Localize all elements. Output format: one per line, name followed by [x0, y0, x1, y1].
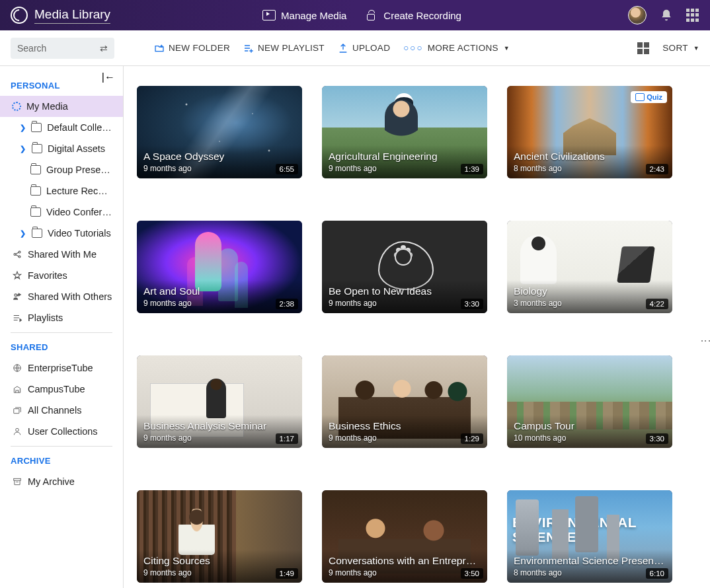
sort-label: SORT: [662, 43, 688, 53]
media-card[interactable]: QuizAncient Civilizations8 months ago2:4…: [507, 86, 672, 178]
card-age: 9 months ago: [143, 164, 296, 173]
sidebar-item-enterprise[interactable]: EnterpriseTube: [0, 357, 123, 379]
media-card[interactable]: Art and Soul9 months ago2:38: [137, 221, 302, 313]
sidebar-item-my-media[interactable]: My Media: [0, 96, 123, 117]
card-age: 3 months ago: [514, 299, 666, 308]
section-shared: SHARED: [0, 333, 123, 357]
svg-point-6: [16, 428, 19, 431]
card-title: Business Analysis Seminar: [143, 420, 296, 432]
apps-icon[interactable]: [686, 9, 699, 22]
card-duration: 1:49: [276, 568, 298, 579]
quiz-badge: Quiz: [631, 91, 667, 103]
sidebar-item-digital-assets[interactable]: ❯ Digital Assets: [0, 138, 123, 159]
media-card[interactable]: Business Analysis Seminar9 months ago1:1…: [137, 355, 302, 448]
caret-down-icon: ▼: [504, 45, 510, 52]
create-recording-icon: [365, 10, 378, 20]
card-duration: 3:50: [461, 568, 483, 579]
manage-media-link[interactable]: Manage Media: [262, 10, 346, 21]
svg-rect-7: [14, 478, 21, 480]
card-duration: 6:10: [646, 568, 668, 579]
media-card[interactable]: Agricultural Engineering9 months ago1:39: [322, 86, 487, 178]
avatar[interactable]: [628, 6, 647, 24]
manage-media-label: Manage Media: [281, 10, 346, 21]
card-title: Environmental Science Presentat...: [514, 555, 666, 567]
sidebar-item-favorites[interactable]: Favorites: [0, 265, 123, 286]
card-title: Campus Tour: [514, 420, 666, 432]
card-title: Business Ethics: [329, 420, 481, 432]
logo[interactable]: Media Library: [11, 7, 110, 24]
card-duration: 2:43: [646, 164, 668, 174]
card-title: Biology: [514, 285, 666, 297]
card-age: 9 months ago: [329, 568, 481, 577]
sidebar-item-default-collection[interactable]: ❯ Default Collect...: [0, 117, 123, 138]
card-age: 8 months ago: [514, 164, 666, 173]
card-duration: 4:22: [646, 299, 668, 309]
card-age: 9 months ago: [329, 299, 481, 308]
sidebar-item-group-present[interactable]: Group Present...: [0, 159, 123, 180]
card-title: Agricultural Engineering: [329, 151, 481, 163]
card-duration: 2:38: [276, 299, 298, 309]
more-actions-button[interactable]: ○○○ MORE ACTIONS ▼: [403, 43, 510, 53]
new-folder-label: NEW FOLDER: [169, 43, 230, 53]
new-folder-icon: [154, 43, 165, 54]
media-card[interactable]: A Space Odyssey9 months ago6:55: [137, 86, 302, 178]
search-placeholder: Search: [17, 43, 100, 54]
media-card[interactable]: Be Open to New Ideas9 months ago3:30: [322, 221, 487, 313]
sidebar-item-all-channels[interactable]: All Channels: [0, 400, 123, 421]
card-duration: 3:30: [646, 433, 668, 444]
chevron-right-icon: ❯: [20, 229, 26, 238]
card-title: Citing Sources: [143, 555, 296, 567]
media-card[interactable]: Business Ethics9 months ago1:29: [322, 355, 487, 448]
media-card[interactable]: Campus Tour10 months ago3:30: [507, 355, 672, 448]
more-actions-icon: ○○○: [403, 43, 423, 53]
card-duration: 6:55: [276, 164, 298, 174]
folder-icon: [31, 123, 42, 132]
new-playlist-button[interactable]: NEW PLAYLIST: [243, 43, 325, 54]
caret-down-icon: ▼: [693, 45, 699, 52]
sidebar-item-playlists[interactable]: Playlists: [0, 307, 123, 328]
grid-view-button[interactable]: [637, 42, 649, 54]
filter-icon[interactable]: ⇄: [100, 43, 108, 54]
sidebar-item-lecture-recor[interactable]: Lecture Recor...: [0, 180, 123, 202]
sort-button[interactable]: SORT ▼: [662, 43, 699, 53]
media-grid: A Space Odyssey9 months ago6:55Agricultu…: [124, 66, 710, 588]
card-age: 8 months ago: [514, 568, 666, 577]
card-title: A Space Odyssey: [143, 151, 296, 163]
sidebar-item-user-collections[interactable]: User Collections: [0, 421, 123, 442]
media-card[interactable]: Citing Sources9 months ago1:49: [137, 490, 302, 583]
upload-button[interactable]: UPLOAD: [338, 43, 390, 54]
svg-point-3: [15, 294, 17, 297]
card-age: 9 months ago: [143, 299, 296, 308]
share-out-icon: [12, 292, 22, 301]
logo-icon: [11, 7, 28, 24]
upload-label: UPLOAD: [352, 43, 390, 53]
new-folder-button[interactable]: NEW FOLDER: [154, 43, 230, 54]
globe-icon: [12, 363, 22, 373]
media-card[interactable]: Environmental Science Presentat...8 mont…: [507, 490, 672, 583]
collapse-sidebar-button[interactable]: |←: [102, 71, 115, 83]
share-icon: [12, 250, 22, 259]
sidebar-item-shared-with-others[interactable]: Shared With Others: [0, 286, 123, 307]
search-input[interactable]: Search ⇄: [11, 38, 114, 59]
sidebar-item-my-archive[interactable]: My Archive: [0, 471, 123, 492]
channels-icon: [12, 406, 22, 415]
folder-icon: [30, 186, 41, 196]
sidebar-item-campus[interactable]: CampusTube: [0, 379, 123, 400]
card-age: 9 months ago: [329, 433, 481, 443]
create-recording-link[interactable]: Create Recording: [365, 10, 461, 21]
loading-icon: [12, 102, 21, 111]
folder-icon: [30, 165, 41, 174]
building-icon: [12, 385, 22, 394]
media-card[interactable]: Conversations with an Entrepren...9 mont…: [322, 490, 487, 583]
card-age: 9 months ago: [143, 568, 296, 577]
sidebar-item-video-tutorials[interactable]: ❯ Video Tutorials: [0, 223, 123, 244]
sidebar-item-video-confere[interactable]: Video Confere...: [0, 202, 123, 223]
card-duration: 3:30: [461, 299, 483, 309]
notifications-icon[interactable]: [660, 9, 673, 22]
more-actions-label: MORE ACTIONS: [428, 43, 498, 53]
card-title: Ancient Civilizations: [514, 151, 666, 163]
manage-media-icon: [262, 10, 276, 20]
media-card[interactable]: Biology3 months ago4:22: [507, 221, 672, 313]
sidebar-kebab-button[interactable]: ⋮: [699, 336, 710, 346]
sidebar-item-shared-with-me[interactable]: Shared With Me: [0, 244, 123, 265]
